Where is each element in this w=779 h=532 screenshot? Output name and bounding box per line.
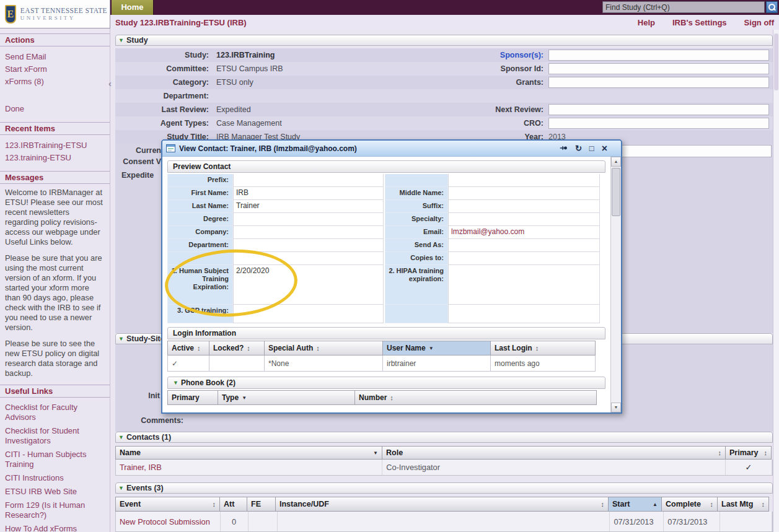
dialog-title: View Contact: Trainer, IRB (lmzbmail@yah… [179,144,555,153]
sort-icon[interactable]: ↕ [764,449,768,456]
field-label: Department: [167,239,233,252]
dropdown-icon[interactable]: ▼ [429,346,434,351]
field-label: First Name: [167,187,233,200]
column-header-event[interactable]: Event ↕ [115,497,220,512]
column-header-number[interactable]: Number ↕ [354,390,597,405]
refresh-icon[interactable]: ↻ [575,144,582,152]
sort-icon[interactable]: ↕ [390,394,394,401]
sidebar-link-recent-1[interactable]: 123.IRBTraining-ETSU [5,139,105,151]
sidebar-link-start-xform[interactable]: Start xForm [5,63,105,75]
column-header-active[interactable]: Active ↕ [167,341,209,355]
useful-link-form-129[interactable]: Form 129 (Is it Human Research?) [5,499,105,521]
section-header-events[interactable]: ▼ Events (3) [115,482,773,494]
field-label: Degree: [167,213,233,226]
field-value: IRB [233,187,384,200]
sort-icon[interactable]: ↕ [762,500,765,508]
maximize-icon[interactable]: □ [589,144,594,152]
column-header-name[interactable]: Name ▼ [115,446,382,460]
dropdown-icon[interactable]: ▼ [373,450,378,456]
find-study-input[interactable] [602,1,765,13]
scroll-up-icon[interactable]: ▲ [611,157,621,167]
sort-icon[interactable]: ↕ [213,500,216,508]
column-header-role[interactable]: Role ↕ [382,446,726,460]
sponsor-link-label[interactable]: Sponsor(s): [447,51,548,59]
close-icon[interactable]: × [602,144,607,152]
dialog-scrollbar[interactable]: ▲ ▼ [610,157,621,412]
column-header-special-auth[interactable]: Special Auth ↕ [264,341,383,355]
useful-link-citi-instructions[interactable]: CITI Instructions [5,472,105,484]
collapse-triangle-icon[interactable]: ▼ [118,486,124,491]
event-link[interactable]: New Protocol Submission [116,512,221,531]
page-scrollbar[interactable] [773,30,779,532]
sign-off-link[interactable]: Sign off [744,18,774,27]
search-button[interactable] [766,1,778,13]
column-header-locked[interactable]: Locked? ↕ [209,341,265,355]
section-header-contacts[interactable]: ▼ Contacts (1) [115,432,773,443]
section-header-study[interactable]: ▼ Study [115,35,773,46]
dialog-title-bar[interactable]: View Contact: Trainer, IRB (lmzbmail@yah… [162,141,621,157]
column-header-primary[interactable]: Primary ↕ [725,446,772,460]
contacts-table-row: Trainer, IRB Co-Investigator ✓ [115,460,773,476]
sort-icon[interactable]: ↕ [710,500,714,508]
top-links: Help IRB's Settings Sign off [638,18,774,27]
column-header-fe[interactable]: FE [247,497,276,512]
sort-icon[interactable]: ↕ [535,344,539,352]
help-link[interactable]: Help [638,18,655,27]
sort-icon[interactable]: ↕ [316,344,320,352]
login-special-auth: *None [264,355,383,372]
scroll-down-icon[interactable]: ▼ [611,403,621,412]
column-header-instance-udf[interactable]: Instance/UDF ↕ [275,497,609,512]
field-value [233,226,384,239]
sidebar-link-done[interactable]: Done [5,102,105,115]
phone-book-header[interactable]: ▼ Phone Book (2) [167,377,605,389]
column-header-type[interactable]: Type ▼ [218,390,355,405]
field-label [385,305,448,323]
login-user-name: irbtrainer [382,355,491,372]
useful-link-add-xforms[interactable]: How To Add xForms [5,523,105,532]
contact-field-row: Prefix: [167,174,605,187]
useful-link-checklist-student[interactable]: Checklist for Student Investigators [5,425,105,447]
page-scrollbar-thumb[interactable] [774,33,778,90]
useful-link-citi-training[interactable]: CITI - Human Subjects Training [5,448,105,470]
dropdown-icon[interactable]: ▼ [242,395,247,401]
pin-icon[interactable] [559,144,568,154]
column-header-last-login[interactable]: Last Login ↕ [490,341,596,355]
login-table-header: Active ↕ Locked? ↕ Special Auth ↕ User N… [167,341,605,355]
column-header-start[interactable]: Start ▲ [608,497,662,512]
useful-link-checklist-faculty[interactable]: Checklist for Faculty Advisors [5,401,105,423]
contact-field-row: Copies to: [167,252,605,265]
collapse-triangle-icon[interactable]: ▼ [118,38,124,43]
column-header-last-mtg[interactable]: Last Mtg ↕ [717,497,769,512]
sidebar-link-send-email[interactable]: Send EMail [5,50,105,63]
contact-name-link[interactable]: Trainer, IRB [116,460,382,475]
irb-settings-link[interactable]: IRB's Settings [672,18,727,27]
sort-icon[interactable]: ↕ [247,344,250,352]
field-value [233,252,384,265]
section-title: Study-Site [126,334,165,343]
sidebar-link-recent-2[interactable]: 123.training-ETSU [5,151,105,164]
sort-icon[interactable]: ↕ [718,449,722,456]
scrollbar-thumb[interactable] [612,168,620,216]
field-label: Category: [115,78,214,87]
section-title: Contacts (1) [126,433,171,442]
sidebar-collapse-handle[interactable]: ‹ [108,79,112,88]
tab-home[interactable]: Home [112,0,154,15]
collapse-triangle-icon[interactable]: ▼ [118,336,124,342]
column-header-user-name[interactable]: User Name ▼ [382,341,491,355]
collapse-triangle-icon[interactable]: ▼ [173,380,178,386]
field-label: Last Name: [167,200,233,213]
useful-link-etsu-irb-site[interactable]: ETSU IRB Web Site [5,486,105,497]
column-header-att[interactable]: Att [219,497,247,512]
sort-ascending-icon[interactable]: ▲ [653,502,658,507]
login-table-row: ✓ *None irbtrainer moments ago [167,355,605,372]
field-value [448,200,600,213]
sort-icon[interactable]: ↕ [601,500,605,508]
sidebar-link-xforms[interactable]: xForms (8) [5,75,105,87]
column-header-primary[interactable]: Primary [167,390,218,405]
login-table: Active ↕ Locked? ↕ Special Auth ↕ User N… [167,341,605,372]
sort-icon[interactable]: ↕ [197,344,201,352]
collapse-triangle-icon[interactable]: ▼ [118,435,124,440]
column-header-complete[interactable]: Complete ↕ [661,497,718,512]
field-row: Agent Types: Case Management CRO: [115,116,773,130]
events-table-row: New Protocol Submission 0 07/31/2013 07/… [115,512,773,532]
